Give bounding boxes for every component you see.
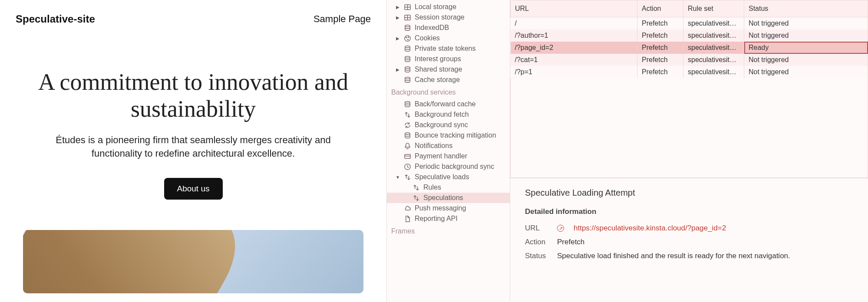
tree-item-label: Session storage [415, 13, 465, 21]
hero-image [23, 230, 363, 293]
tree-item-speculative-loads[interactable]: ▼Speculative loads [387, 172, 510, 182]
tree-item-label: Shared storage [415, 66, 462, 73]
external-link-icon: ↗ [557, 225, 564, 232]
tree-item-cookies[interactable]: ▶Cookies [387, 33, 510, 43]
cell-url: /?cat=1 [511, 54, 637, 66]
tree-item-label: Push messaging [415, 204, 466, 212]
tree-item-label: Interest groups [415, 55, 461, 63]
table-row[interactable]: /Prefetchspeculativesit…Not triggered [511, 17, 868, 30]
caret-icon[interactable]: ▼ [396, 175, 400, 180]
tree-item-label: Payment handler [415, 152, 467, 160]
tree-item-speculations[interactable]: ▶Speculations [387, 193, 510, 203]
tree-item-session-storage[interactable]: ▶Session storage [387, 12, 510, 23]
detail-url-link[interactable]: https://speculativesite.kinsta.cloud/?pa… [574, 224, 726, 233]
col-status[interactable]: Status [744, 0, 868, 17]
caret-icon[interactable]: ▶ [396, 67, 400, 72]
table-row[interactable]: /?page_id=2Prefetchspeculativesit…Ready [511, 42, 868, 54]
cell-action: Prefetch [637, 17, 683, 30]
col-action[interactable]: Action [637, 0, 683, 17]
tree-item-push-messaging[interactable]: ▶Push messaging [387, 203, 510, 213]
detail-action-label: Action [525, 238, 549, 246]
table-row[interactable]: /?author=1Prefetchspeculativesit…Not tri… [511, 30, 868, 42]
tree-item-label: Speculative loads [415, 173, 469, 181]
db-icon [403, 131, 411, 139]
detail-status-value: Speculative load finished and the result… [557, 252, 790, 260]
tree-item-background-fetch[interactable]: ▶Background fetch [387, 109, 510, 120]
detail-title: Speculative Loading Attempt [525, 188, 853, 198]
site-brand[interactable]: Speculative-site [16, 13, 95, 25]
caret-icon[interactable]: ▶ [396, 5, 400, 10]
tree-item-cache-storage[interactable]: ▶Cache storage [387, 75, 510, 85]
cell-status: Not triggered [744, 30, 868, 42]
grid-icon [403, 13, 411, 21]
tree-item-label: Cookies [415, 34, 440, 42]
hero-subtitle: Études is a pioneering firm that seamles… [33, 134, 354, 161]
about-us-button[interactable]: About us [164, 178, 223, 200]
tree-item-label: Private state tokens [415, 45, 476, 53]
tree-item-local-storage[interactable]: ▶Local storage [387, 2, 510, 12]
cookie-icon [403, 34, 411, 42]
tree-item-shared-storage[interactable]: ▶Shared storage [387, 64, 510, 75]
cell-url: / [511, 17, 637, 30]
sync-icon [403, 121, 411, 129]
cell-ruleset: speculativesit… [683, 17, 744, 30]
tree-item-indexeddb[interactable]: ▶IndexedDB [387, 23, 510, 33]
svg-point-11 [405, 46, 409, 47]
cloud-icon [403, 204, 411, 212]
tree-item-interest-groups[interactable]: ▶Interest groups [387, 54, 510, 64]
table-row[interactable]: /?cat=1Prefetchspeculativesit…Not trigge… [511, 54, 868, 66]
table-row[interactable]: /?p=1Prefetchspeculativesit…Not triggere… [511, 66, 868, 78]
hero-title: A commitment to innovation and sustainab… [28, 69, 358, 122]
tree-item-label: Speculations [423, 194, 463, 202]
tree-item-label: Periodic background sync [415, 163, 494, 171]
cell-status: Not triggered [744, 54, 868, 66]
devtools-sidebar: ▶Local storage▶Session storage▶IndexedDB… [386, 0, 510, 302]
tree-item-periodic-background-sync[interactable]: ▶Periodic background sync [387, 161, 510, 172]
card-icon [403, 152, 411, 160]
transfer-icon [412, 184, 420, 191]
tree-item-label: Rules [423, 184, 441, 191]
tree-item-rules[interactable]: ▶Rules [387, 182, 510, 193]
detail-subtitle: Detailed information [525, 207, 853, 216]
detail-panel: Speculative Loading Attempt Detailed inf… [510, 178, 868, 275]
tree-item-reporting-api[interactable]: ▶Reporting API [387, 213, 510, 224]
tree-item-notifications[interactable]: ▶Notifications [387, 141, 510, 151]
cell-ruleset: speculativesit… [683, 66, 744, 78]
cell-status: Not triggered [744, 66, 868, 78]
website-preview: Speculative-site Sample Page A commitmen… [0, 0, 386, 302]
tree-item-back-forward-cache[interactable]: ▶Back/forward cache [387, 99, 510, 109]
cell-url: /?author=1 [511, 30, 637, 42]
tree-item-bounce-tracking-mitigation[interactable]: ▶Bounce tracking mitigation [387, 130, 510, 141]
tree-item-background-sync[interactable]: ▶Background sync [387, 120, 510, 130]
tree-item-private-state-tokens[interactable]: ▶Private state tokens [387, 43, 510, 54]
tree-item-label: Bounce tracking mitigation [415, 131, 496, 139]
tree-item-label: IndexedDB [415, 24, 449, 32]
nav-sample-page[interactable]: Sample Page [314, 13, 371, 25]
caret-icon[interactable]: ▶ [396, 15, 400, 20]
grid-icon [403, 3, 411, 11]
svg-point-8 [406, 37, 406, 38]
col-url[interactable]: URL [511, 0, 637, 17]
db-icon [403, 66, 411, 73]
tree-item-label: Background fetch [415, 111, 469, 118]
cell-action: Prefetch [637, 54, 683, 66]
speculations-table: URLActionRule setStatus /Prefetchspecula… [510, 0, 868, 178]
db-icon [403, 24, 411, 32]
svg-rect-17 [404, 154, 410, 158]
tree-item-label: Back/forward cache [415, 100, 476, 108]
col-rule-set[interactable]: Rule set [683, 0, 744, 17]
cell-status: Ready [744, 42, 868, 54]
svg-point-12 [405, 56, 409, 58]
db-icon [403, 76, 411, 84]
cell-ruleset: speculativesit… [683, 54, 744, 66]
svg-point-13 [405, 66, 409, 68]
clock-icon [403, 163, 411, 171]
cell-status: Not triggered [744, 17, 868, 30]
detail-action-value: Prefetch [557, 238, 584, 246]
svg-point-6 [405, 25, 409, 26]
tree-item-label: Background sync [415, 121, 468, 129]
cell-action: Prefetch [637, 66, 683, 78]
caret-icon[interactable]: ▶ [396, 36, 400, 41]
tree-item-payment-handler[interactable]: ▶Payment handler [387, 151, 510, 161]
doc-icon [403, 215, 411, 223]
